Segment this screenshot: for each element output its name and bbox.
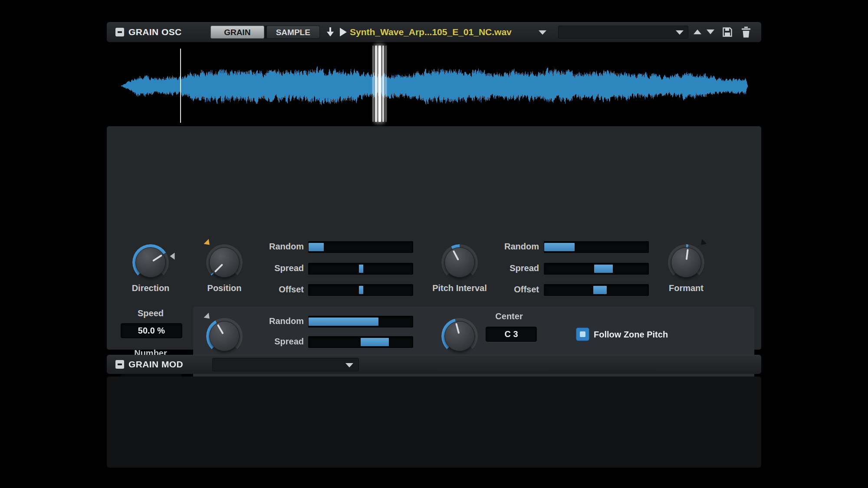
grain-mod-dropdown-arrow-icon bbox=[345, 363, 353, 367]
mod-marker-icon bbox=[170, 253, 175, 260]
slider-fill bbox=[359, 265, 363, 273]
trash-icon[interactable] bbox=[741, 26, 751, 38]
slider-fill bbox=[593, 286, 607, 294]
minus-icon bbox=[118, 364, 122, 365]
speed-value[interactable]: 50.0 % bbox=[121, 323, 182, 338]
pitch-spread-slider[interactable] bbox=[544, 263, 649, 275]
slider-fill bbox=[359, 286, 363, 294]
grain-mod-dropdown[interactable] bbox=[212, 358, 359, 371]
save-icon[interactable] bbox=[722, 27, 733, 37]
offset-label: Offset bbox=[234, 284, 304, 295]
center-label: Center bbox=[474, 311, 544, 321]
direction-label: Direction bbox=[116, 283, 185, 293]
slider-fill bbox=[361, 338, 389, 346]
load-sample-icon[interactable] bbox=[326, 26, 335, 38]
sample-name[interactable]: Synth_Wave_Arp...105_E_01_NC.wav bbox=[350, 22, 512, 42]
key-follow-knob[interactable] bbox=[441, 318, 478, 354]
preset-dropdown-arrow-icon bbox=[676, 30, 684, 35]
grain-mod-header-bar: GRAIN MOD bbox=[107, 355, 761, 374]
grain-mod-panel bbox=[107, 377, 761, 468]
tab-sample[interactable]: SAMPLE bbox=[266, 26, 320, 39]
knob-pointer bbox=[666, 242, 707, 283]
speed-label: Speed bbox=[116, 308, 185, 318]
pitch-random-slider[interactable] bbox=[544, 241, 649, 253]
center-value[interactable]: C 3 bbox=[486, 327, 537, 342]
slider-fill bbox=[309, 243, 324, 251]
position-random-slider[interactable] bbox=[308, 241, 413, 253]
section-title: GRAIN OSC bbox=[128, 22, 182, 42]
collapse-section-button[interactable] bbox=[115, 28, 124, 36]
previous-preset-icon[interactable] bbox=[694, 29, 701, 34]
section-title: GRAIN MOD bbox=[128, 355, 183, 374]
sample-dropdown-arrow-icon[interactable] bbox=[539, 30, 546, 35]
knob-pointer bbox=[125, 237, 176, 288]
waveform-canvas bbox=[121, 54, 748, 118]
slider-fill bbox=[309, 318, 378, 326]
slider-fill bbox=[594, 265, 613, 273]
collapse-section-button[interactable] bbox=[115, 360, 124, 369]
position-spread-slider[interactable] bbox=[308, 263, 413, 275]
spread-label: Spread bbox=[234, 336, 304, 347]
play-sample-icon[interactable] bbox=[340, 28, 347, 36]
formant-knob[interactable] bbox=[668, 244, 704, 281]
duration-spread-slider[interactable] bbox=[308, 336, 413, 348]
formant-label: Formant bbox=[651, 283, 721, 293]
waveform-display[interactable] bbox=[107, 42, 761, 123]
direction-knob[interactable] bbox=[132, 244, 169, 281]
random-label: Random bbox=[234, 241, 304, 252]
duration-random-slider[interactable] bbox=[308, 316, 413, 328]
follow-zone-pitch-checkbox[interactable] bbox=[576, 328, 589, 341]
position-offset-slider[interactable] bbox=[308, 284, 413, 296]
slider-fill bbox=[544, 243, 575, 251]
preset-dropdown[interactable] bbox=[558, 26, 688, 39]
follow-zone-pitch-label: Follow Zone Pitch bbox=[594, 328, 715, 341]
spread-label: Spread bbox=[234, 263, 304, 274]
grain-osc-header-bar: GRAIN OSC GRAIN SAMPLE Synth_Wave_Arp...… bbox=[107, 22, 761, 42]
tab-grain[interactable]: GRAIN bbox=[210, 26, 264, 39]
playhead[interactable] bbox=[180, 49, 181, 123]
next-preset-icon[interactable] bbox=[707, 29, 714, 34]
mod-marker-icon bbox=[204, 239, 212, 247]
spread-label: Spread bbox=[470, 263, 539, 274]
random-label: Random bbox=[234, 316, 304, 327]
pitch-offset-slider[interactable] bbox=[544, 284, 649, 296]
controls-panel: Direction Position Random Spread Offset bbox=[107, 126, 761, 350]
minus-icon bbox=[118, 31, 122, 33]
mode-toggle: GRAIN SAMPLE bbox=[210, 26, 320, 39]
random-label: Random bbox=[470, 241, 539, 252]
grain-osc-plugin: GRAIN OSC GRAIN SAMPLE Synth_Wave_Arp...… bbox=[107, 22, 761, 468]
offset-label: Offset bbox=[470, 284, 539, 295]
